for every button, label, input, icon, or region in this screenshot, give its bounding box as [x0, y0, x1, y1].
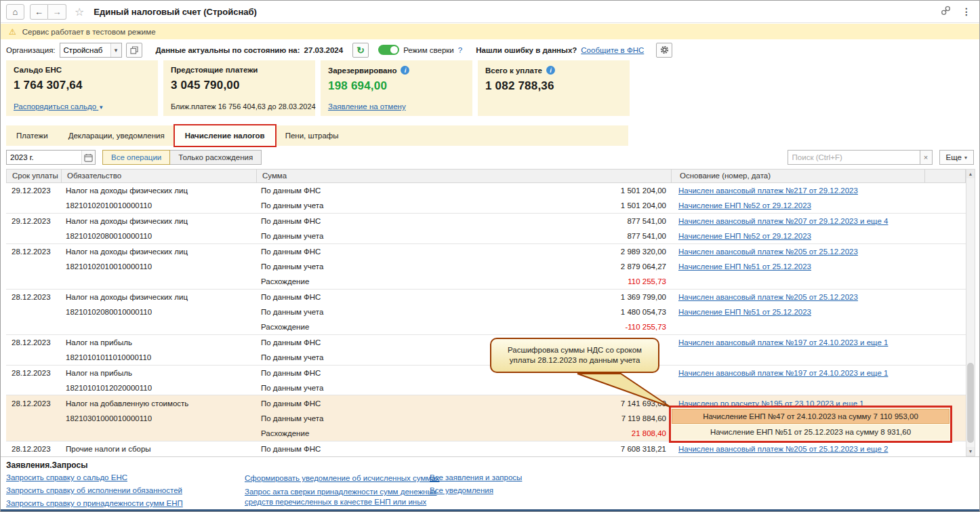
- request-link[interactable]: Запросить справку о сальдо ЕНС: [6, 473, 127, 481]
- settings-button[interactable]: [656, 43, 672, 58]
- tab-bar: Платежи Декларации, уведомления Начислен…: [6, 125, 628, 146]
- basis-link[interactable]: Начислен авансовый платеж №205 от 25.12.…: [678, 445, 888, 453]
- organization-dropdown-button[interactable]: ▾: [110, 43, 121, 57]
- requests-col1: Запросить справку о сальдо ЕНСЗапросить …: [6, 473, 183, 507]
- vertical-scrollbar[interactable]: ▲ ▼: [966, 169, 975, 456]
- column-header-due-date[interactable]: Срок уплаты: [7, 170, 61, 182]
- request-link[interactable]: Запрос акта сверки принадлежности сумм д…: [245, 487, 448, 512]
- clear-search-button[interactable]: ×: [920, 150, 933, 165]
- chevron-down-icon: ▾: [964, 155, 967, 161]
- basis-link[interactable]: Начислен авансовый платеж №197 от 24.10.…: [678, 338, 888, 347]
- panel-reserved-title: Зарезервировано: [328, 66, 396, 75]
- table-row[interactable]: 29.12.2023Налог на доходы физических лиц…: [6, 183, 966, 198]
- request-link[interactable]: Все уведомления: [430, 486, 493, 494]
- info-icon[interactable]: i: [401, 66, 409, 75]
- tab-declarations[interactable]: Декларации, уведомления: [58, 125, 175, 146]
- request-link[interactable]: Запросить справку о принадлежности сумм …: [6, 499, 183, 507]
- column-header-obligation[interactable]: Обязательство: [61, 170, 256, 182]
- reconcile-mode-toggle[interactable]: [378, 45, 399, 55]
- cell-basis: Начислен авансовый платеж №205 от 25.12.…: [670, 248, 966, 256]
- cell-basis: Начислен авансовый платеж №205 от 25.12.…: [670, 445, 966, 453]
- cell-due-date: 28.12.2023: [6, 248, 60, 256]
- tab-penalties[interactable]: Пени, штрафы: [275, 125, 349, 146]
- favorite-star-icon[interactable]: ☆: [75, 5, 84, 18]
- organization-input[interactable]: [60, 43, 110, 57]
- table-row[interactable]: 28.12.2023Налог на доходы физических лиц…: [6, 290, 966, 304]
- reconcile-mode-label: Режим сверки: [403, 46, 454, 54]
- column-header-basis[interactable]: Основание (номер, дата): [671, 170, 924, 182]
- forward-button[interactable]: →: [48, 4, 66, 20]
- scroll-up-icon[interactable]: ▲: [966, 170, 975, 178]
- popup-item[interactable]: Начисление ЕНП №47 от 24.10.2023 на сумм…: [672, 409, 950, 424]
- basis-link[interactable]: Начисление ЕНП №52 от 29.12.2023: [678, 201, 811, 210]
- cell-obligation: 18210101011010000110: [60, 353, 256, 361]
- annotation-callout: Расшифровка суммы НДС со сроком уплаты 2…: [490, 338, 659, 373]
- cell-amount: 1 501 204,00: [418, 201, 670, 210]
- cell-amount-kind: По данным учета: [256, 201, 418, 210]
- search-input[interactable]: [788, 150, 920, 165]
- basis-link[interactable]: Начислен авансовый платеж №197 от 24.10.…: [678, 369, 888, 377]
- table-row[interactable]: Расхождение-110 255,73: [6, 320, 966, 335]
- table-row[interactable]: 18210101012020000110По данным учета: [6, 380, 966, 395]
- basis-link[interactable]: Начислен авансовый платеж №205 от 25.12.…: [678, 293, 858, 301]
- get-link-icon[interactable]: [941, 5, 951, 18]
- basis-link[interactable]: Начисление ЕНП №51 от 25.12.2023: [678, 262, 811, 271]
- all-operations-toggle[interactable]: Все операции: [102, 150, 170, 165]
- cell-amount: 1 369 799,00: [418, 293, 670, 301]
- table-row[interactable]: 18210102010010000110По данным учета2 879…: [6, 259, 966, 274]
- basis-link[interactable]: Начислен авансовый платеж №205 от 25.12.…: [678, 248, 858, 256]
- basis-link[interactable]: Начислен авансовый платеж №217 от 29.12.…: [678, 186, 858, 195]
- request-link[interactable]: Запросить справку об исполнении обязанно…: [6, 486, 182, 494]
- app-window: ⌂ ← → ☆ Единый налоговый счет (Стройснаб…: [0, 0, 980, 512]
- scrollbar-thumb[interactable]: [967, 363, 974, 443]
- info-icon[interactable]: i: [546, 66, 555, 75]
- basis-link[interactable]: Начисление ЕНП №51 от 25.12.2023: [678, 308, 811, 316]
- request-link[interactable]: Все заявления и запросы: [430, 473, 522, 481]
- scroll-down-icon[interactable]: ▼: [966, 447, 975, 456]
- organization-combo[interactable]: ▾: [60, 43, 122, 58]
- home-button[interactable]: ⌂: [6, 4, 24, 20]
- cell-obligation: 18210102010010000110: [60, 262, 256, 271]
- back-button[interactable]: ←: [30, 4, 48, 20]
- cell-amount-kind: Расхождение: [256, 277, 418, 285]
- request-link[interactable]: Сформировать уведомление об исчисленных …: [245, 473, 448, 484]
- year-input[interactable]: [7, 151, 81, 164]
- basis-link[interactable]: Начислен авансовый платеж №207 от 29.12.…: [678, 217, 888, 225]
- popup-item[interactable]: Начисление ЕНП №51 от 25.12.2023 на сумм…: [672, 425, 950, 439]
- reconcile-help-link[interactable]: ?: [458, 46, 462, 54]
- column-header-amount[interactable]: Сумма: [256, 170, 671, 182]
- table-row[interactable]: 18210102010010000110По данным учета1 501…: [6, 198, 966, 213]
- vat-breakdown-popup: Начисление ЕНП №47 от 24.10.2023 на сумм…: [669, 406, 952, 443]
- report-to-fns-link[interactable]: Сообщите в ФНС: [581, 46, 644, 54]
- only-discrepancies-toggle[interactable]: Только расхождения: [170, 150, 262, 165]
- cell-amount-kind: Расхождение: [256, 429, 418, 437]
- table-row[interactable]: 28.12.2023Налог на доходы физических лиц…: [6, 244, 966, 259]
- table-row[interactable]: 28.12.2023Налог на прибыльПо данным ФНСН…: [6, 366, 966, 380]
- cancel-application-link[interactable]: Заявление на отмену: [328, 102, 406, 111]
- year-picker[interactable]: [6, 150, 96, 165]
- table-row[interactable]: 28.12.2023Прочие налоги и сборыПо данным…: [6, 441, 966, 456]
- tab-accruals[interactable]: Начисление налогов: [175, 125, 275, 146]
- table-row[interactable]: 29.12.2023Налог на доходы физических лиц…: [6, 214, 966, 229]
- table-row[interactable]: 18210102080010000110По данным учета1 480…: [6, 304, 966, 319]
- table-row[interactable]: 18210102080010000110По данным учета877 5…: [6, 229, 966, 243]
- basis-link[interactable]: Начисление ЕНП №52 от 29.12.2023: [678, 232, 811, 240]
- panel-balance-title: Сальдо ЕНС: [14, 66, 62, 74]
- cell-basis: Начислен авансовый платеж №197 от 24.10.…: [670, 338, 966, 347]
- table-row[interactable]: 18210101011010000110По данным учета: [6, 350, 966, 365]
- cell-amount: 110 255,73: [418, 277, 670, 285]
- more-button[interactable]: Еще ▾: [939, 150, 974, 165]
- dispose-balance-link[interactable]: Распорядиться сальдо ▼: [14, 102, 104, 111]
- cell-amount: 877 541,00: [418, 217, 670, 225]
- table-row[interactable]: Расхождение110 255,73: [6, 274, 966, 289]
- requests-title: Заявления.Запросы: [6, 460, 87, 470]
- dispose-balance-label: Распорядиться сальдо: [14, 102, 96, 111]
- tab-payments[interactable]: Платежи: [6, 125, 58, 146]
- calendar-button[interactable]: [81, 151, 95, 164]
- organization-open-button[interactable]: [126, 43, 142, 58]
- panel-total-due: Всего к уплатеi 1 082 788,36: [478, 60, 630, 116]
- table-row[interactable]: 28.12.2023Налог на прибыльПо данным ФНСН…: [6, 335, 966, 350]
- refresh-button[interactable]: ↻: [352, 43, 369, 58]
- panel-upcoming-title: Предстоящие платежи: [171, 66, 258, 74]
- menu-icon[interactable]: ⋮: [962, 6, 971, 17]
